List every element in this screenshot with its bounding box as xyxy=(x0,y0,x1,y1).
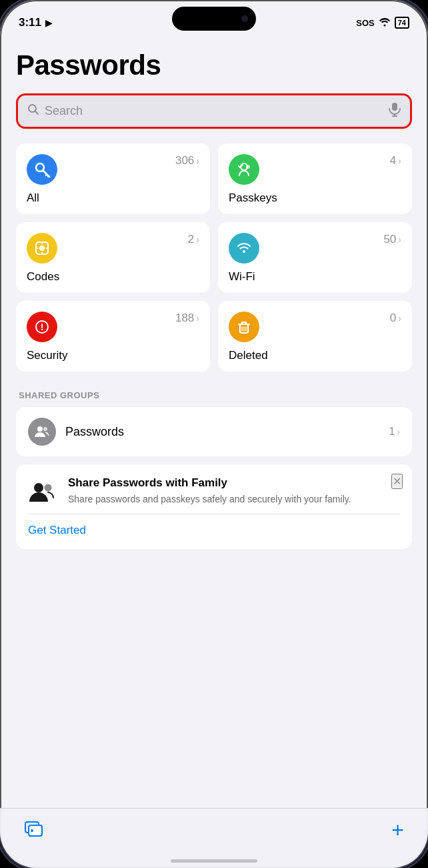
family-share-card: Share Passwords with Family Share passwo… xyxy=(16,464,412,549)
card-passkeys-label: Passkeys xyxy=(229,191,401,205)
card-passkeys[interactable]: 4 › Passkeys xyxy=(218,143,412,214)
card-wifi-label: Wi-Fi xyxy=(229,270,401,284)
camera-dot xyxy=(241,15,248,22)
card-codes-label: Codes xyxy=(27,270,199,284)
card-security-chevron: › xyxy=(196,313,199,324)
main-content: Passwords Search xyxy=(0,36,428,868)
wifi-status-icon xyxy=(379,17,391,29)
battery-level: 74 xyxy=(395,17,409,29)
passwords-group-count: 1 xyxy=(389,426,395,438)
card-security-label: Security xyxy=(27,349,199,362)
svg-rect-2 xyxy=(392,103,397,111)
status-time: 3:11 ▶ xyxy=(19,16,52,29)
svg-point-26 xyxy=(34,483,43,492)
passwords-group-name: Passwords xyxy=(65,425,379,439)
card-security[interactable]: ! 188 › Security xyxy=(16,301,210,372)
status-right: SOS 74 xyxy=(356,17,409,29)
family-share-description: Share passwords and passkeys safely and … xyxy=(68,493,351,506)
get-started-button[interactable]: Get Started xyxy=(28,521,86,540)
family-icon xyxy=(28,476,59,507)
group-icon xyxy=(28,418,56,446)
card-all[interactable]: 306 › All xyxy=(16,143,210,214)
page-title: Passwords xyxy=(16,49,412,81)
shared-groups-label: SHARED GROUPS xyxy=(16,390,412,400)
battery-status-icon: 74 xyxy=(395,17,409,29)
search-placeholder[interactable]: Search xyxy=(45,104,383,118)
search-bar[interactable]: Search xyxy=(16,93,412,129)
trash-icon xyxy=(229,312,259,342)
family-share-title: Share Passwords with Family xyxy=(68,476,351,490)
svg-point-24 xyxy=(37,426,43,432)
passwords-group-card[interactable]: Passwords 1 › xyxy=(16,407,412,456)
card-codes[interactable]: 2 › Codes xyxy=(16,222,210,293)
mic-icon[interactable] xyxy=(389,102,401,120)
passkey-icon xyxy=(229,154,259,185)
security-icon: ! xyxy=(27,312,57,342)
key-icon xyxy=(27,154,57,185)
passwords-group-chevron: › xyxy=(397,426,400,437)
card-all-count: 306 xyxy=(175,154,194,167)
card-passkeys-chevron: › xyxy=(398,155,401,166)
card-codes-chevron: › xyxy=(196,234,199,245)
card-all-chevron: › xyxy=(196,155,199,166)
card-deleted-label: Deleted xyxy=(229,349,401,362)
card-deleted-chevron: › xyxy=(398,313,401,324)
add-button[interactable]: + xyxy=(391,818,404,843)
dynamic-island xyxy=(172,7,256,31)
layers-button[interactable] xyxy=(24,818,45,844)
card-all-label: All xyxy=(27,191,199,205)
home-indicator xyxy=(171,859,257,863)
card-passkeys-count: 4 xyxy=(390,154,396,167)
phone-frame: 3:11 ▶ SOS 74 Passwords xyxy=(0,0,428,868)
location-arrow-icon: ▶ xyxy=(45,18,52,28)
svg-point-13 xyxy=(243,250,245,253)
svg-point-10 xyxy=(246,165,250,169)
divider xyxy=(28,514,400,514)
card-wifi-count: 50 xyxy=(383,233,396,246)
close-family-card-button[interactable]: ✕ xyxy=(391,474,403,489)
code-icon xyxy=(27,233,57,264)
search-icon xyxy=(27,103,39,119)
svg-line-1 xyxy=(35,111,39,115)
card-wifi[interactable]: 50 › Wi-Fi xyxy=(218,222,412,293)
card-security-count: 188 xyxy=(175,312,194,325)
card-deleted-count: 0 xyxy=(390,312,396,325)
time-display: 3:11 xyxy=(19,16,41,29)
card-wifi-chevron: › xyxy=(398,234,401,245)
svg-point-12 xyxy=(39,246,45,251)
svg-point-27 xyxy=(45,484,52,492)
cards-grid: 306 › All xyxy=(16,143,412,372)
svg-point-30 xyxy=(31,829,33,832)
svg-text:!: ! xyxy=(41,322,44,332)
card-codes-count: 2 xyxy=(188,233,194,246)
wifi-card-icon xyxy=(229,233,259,264)
sos-badge: SOS xyxy=(356,18,374,28)
svg-point-25 xyxy=(43,427,47,431)
card-deleted[interactable]: 0 › Deleted xyxy=(218,301,412,372)
